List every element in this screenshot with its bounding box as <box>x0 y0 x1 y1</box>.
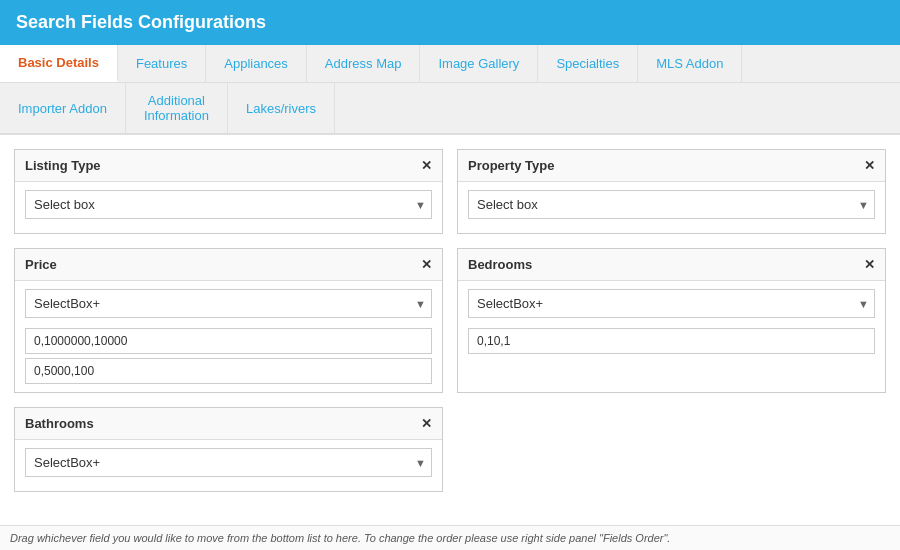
field-card-header-property-type: Property Type ✕ <box>458 150 885 182</box>
field-body-bedrooms: SelectBox+ Slider Range slider ▼ <box>458 281 885 362</box>
tab-lakes-rivers[interactable]: Lakes/rivers <box>228 83 335 133</box>
price-text-input-1[interactable] <box>25 328 432 354</box>
bedrooms-text-input[interactable] <box>468 328 875 354</box>
field-card-header-bathrooms: Bathrooms ✕ <box>15 408 442 440</box>
select-bathrooms[interactable]: SelectBox+ Slider Range slider <box>25 448 432 477</box>
select-price[interactable]: SelectBox+ Slider Range slider <box>25 289 432 318</box>
close-property-type[interactable]: ✕ <box>864 159 875 172</box>
field-card-header-listing-type: Listing Type ✕ <box>15 150 442 182</box>
tab-appliances[interactable]: Appliances <box>206 45 307 82</box>
tab-image-gallery[interactable]: Image Gallery <box>420 45 538 82</box>
field-card-property-type: Property Type ✕ Select box Checkboxes Ra… <box>457 149 886 234</box>
tab-mls-addon[interactable]: MLS Addon <box>638 45 742 82</box>
field-body-price: SelectBox+ Slider Range slider ▼ <box>15 281 442 392</box>
field-title-price: Price <box>25 257 57 272</box>
select-wrapper-property-type: Select box Checkboxes Radio buttons ▼ <box>468 190 875 219</box>
page-header: Search Fields Configurations <box>0 0 900 45</box>
field-title-listing-type: Listing Type <box>25 158 101 173</box>
tabs-row-1: Basic Details Features Appliances Addres… <box>0 45 900 83</box>
field-body-property-type: Select box Checkboxes Radio buttons ▼ <box>458 182 885 233</box>
close-price[interactable]: ✕ <box>421 258 432 271</box>
field-card-header-bedrooms: Bedrooms ✕ <box>458 249 885 281</box>
field-title-bedrooms: Bedrooms <box>468 257 532 272</box>
select-wrapper-bedrooms: SelectBox+ Slider Range slider ▼ <box>468 289 875 318</box>
tab-importer-addon[interactable]: Importer Addon <box>0 83 126 133</box>
fields-grid: Listing Type ✕ Select box Checkboxes Rad… <box>14 149 886 492</box>
footer-hint-text: Drag whichever field you would like to m… <box>10 532 670 544</box>
field-card-listing-type: Listing Type ✕ Select box Checkboxes Rad… <box>14 149 443 234</box>
select-wrapper-listing-type: Select box Checkboxes Radio buttons ▼ <box>25 190 432 219</box>
tab-additional-information[interactable]: Additional Information <box>126 83 228 133</box>
price-text-input-2[interactable] <box>25 358 432 384</box>
field-title-property-type: Property Type <box>468 158 554 173</box>
close-bathrooms[interactable]: ✕ <box>421 417 432 430</box>
tab-address-map[interactable]: Address Map <box>307 45 421 82</box>
main-content: Listing Type ✕ Select box Checkboxes Rad… <box>0 135 900 550</box>
field-card-bedrooms: Bedrooms ✕ SelectBox+ Slider Range slide… <box>457 248 886 393</box>
select-property-type[interactable]: Select box Checkboxes Radio buttons <box>468 190 875 219</box>
field-body-listing-type: Select box Checkboxes Radio buttons ▼ <box>15 182 442 233</box>
select-wrapper-bathrooms: SelectBox+ Slider Range slider ▼ <box>25 448 432 477</box>
tab-features[interactable]: Features <box>118 45 206 82</box>
field-card-bathrooms: Bathrooms ✕ SelectBox+ Slider Range slid… <box>14 407 443 492</box>
field-title-bathrooms: Bathrooms <box>25 416 94 431</box>
field-body-bathrooms: SelectBox+ Slider Range slider ▼ <box>15 440 442 491</box>
tabs-row-2: Importer Addon Additional Information La… <box>0 83 900 135</box>
select-bedrooms[interactable]: SelectBox+ Slider Range slider <box>468 289 875 318</box>
select-wrapper-price: SelectBox+ Slider Range slider ▼ <box>25 289 432 318</box>
page-title: Search Fields Configurations <box>16 12 266 32</box>
select-listing-type[interactable]: Select box Checkboxes Radio buttons <box>25 190 432 219</box>
field-card-price: Price ✕ SelectBox+ Slider Range slider ▼ <box>14 248 443 393</box>
tab-basic-details[interactable]: Basic Details <box>0 45 118 82</box>
tab-specialties[interactable]: Specialties <box>538 45 638 82</box>
footer-hint: Drag whichever field you would like to m… <box>0 525 900 550</box>
close-listing-type[interactable]: ✕ <box>421 159 432 172</box>
field-card-header-price: Price ✕ <box>15 249 442 281</box>
close-bedrooms[interactable]: ✕ <box>864 258 875 271</box>
